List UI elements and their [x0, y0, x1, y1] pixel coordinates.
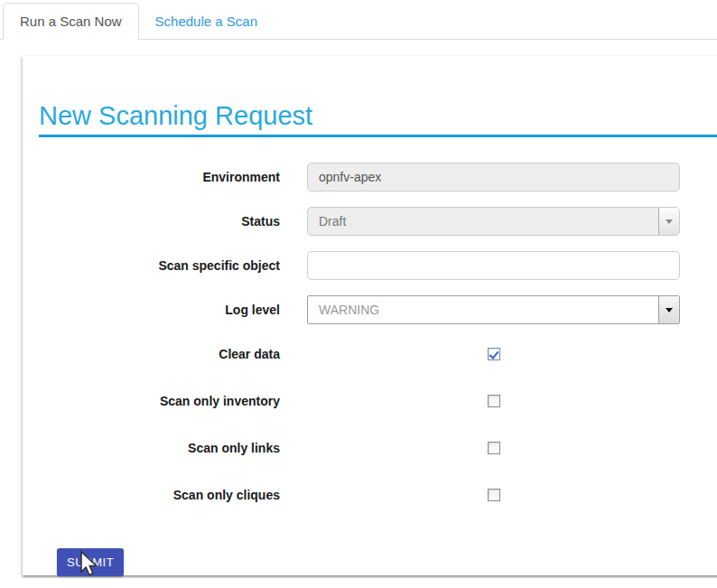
tab-run-a-scan-now[interactable]: Run a Scan Now: [3, 3, 139, 40]
scan-only-inventory-row: Scan only inventory: [39, 387, 717, 415]
status-select: Draft: [307, 207, 680, 236]
status-row: Status Draft: [39, 207, 717, 236]
scan-only-inventory-label: Scan only inventory: [39, 394, 280, 408]
submit-button[interactable]: SUBMIT: [57, 548, 124, 576]
clear-data-row: Clear data: [39, 340, 717, 369]
scan-only-cliques-checkbox[interactable]: [488, 489, 500, 501]
tab-schedule-a-scan[interactable]: Schedule a Scan: [142, 4, 271, 39]
new-scanning-request-card: New Scanning Request Environment Status …: [23, 56, 717, 575]
log-level-select[interactable]: WARNING: [307, 295, 680, 324]
clear-data-checkbox[interactable]: [488, 348, 500, 360]
scan-only-links-row: Scan only links: [39, 434, 717, 462]
log-level-label: Log level: [39, 303, 280, 317]
scan-only-links-label: Scan only links: [39, 441, 280, 455]
log-level-select-value: WARNING: [308, 303, 658, 317]
chevron-down-icon: [658, 208, 679, 235]
environment-row: Environment: [39, 163, 717, 191]
status-select-value: Draft: [308, 214, 658, 229]
scan-request-form: Environment Status Draft Scan specific o…: [39, 163, 717, 576]
scan-only-inventory-checkbox[interactable]: [488, 395, 500, 407]
log-level-row: Log level WARNING: [39, 295, 717, 324]
scan-only-cliques-row: Scan only cliques: [39, 481, 717, 509]
chevron-down-icon: [658, 296, 679, 323]
scan-specific-object-label: Scan specific object: [39, 258, 280, 273]
status-label: Status: [39, 214, 280, 229]
scan-only-cliques-label: Scan only cliques: [39, 488, 280, 502]
environment-label: Environment: [39, 170, 280, 184]
page-title: New Scanning Request: [39, 101, 717, 137]
clear-data-label: Clear data: [39, 347, 280, 361]
environment-input: [307, 163, 680, 191]
tab-bar: Run a Scan Now Schedule a Scan: [0, 0, 717, 40]
scan-specific-object-row: Scan specific object: [39, 251, 717, 280]
scan-specific-object-input[interactable]: [307, 251, 680, 280]
scan-only-links-checkbox[interactable]: [488, 442, 500, 454]
